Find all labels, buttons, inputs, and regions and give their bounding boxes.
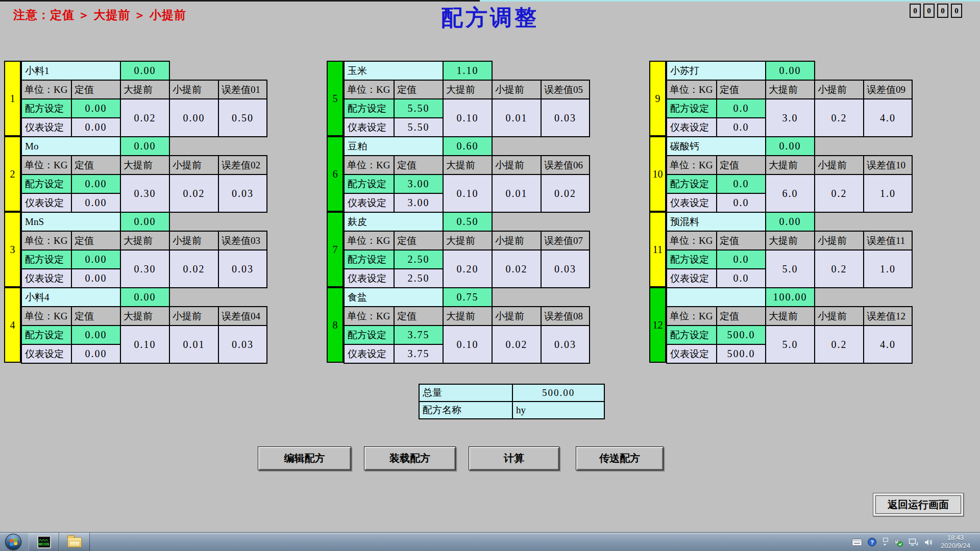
small-advance-value[interactable]: 0.01 (492, 174, 541, 212)
unit-label: 单位：KG (344, 307, 394, 325)
big-advance-value[interactable]: 6.0 (766, 174, 815, 212)
small-advance-value[interactable]: 0.02 (169, 250, 218, 288)
panel-blank-area (492, 212, 590, 231)
small-advance-value[interactable]: 0.00 (169, 99, 218, 137)
fixed-value-label: 定值 (71, 156, 120, 174)
error-value[interactable]: 4.0 (864, 99, 912, 137)
panel-number: 5 (327, 61, 344, 136)
recipe-set-value[interactable]: 0.00 (71, 174, 120, 193)
recipe-set-value[interactable]: 0.0 (717, 250, 766, 269)
big-advance-value[interactable]: 0.10 (443, 99, 492, 137)
big-advance-value[interactable]: 0.02 (120, 99, 169, 137)
recipe-set-value[interactable]: 0.00 (71, 250, 120, 269)
current-weight-value: 0.00 (120, 288, 169, 307)
big-advance-value[interactable]: 0.20 (443, 250, 492, 288)
clock[interactable]: 18:43 2020/9/24 (934, 534, 977, 550)
error-label: 误差值03 (218, 231, 267, 250)
volume-icon[interactable] (924, 538, 933, 546)
error-label: 误差值06 (541, 156, 590, 174)
taskbar-item-mcgs[interactable]: MCGS (29, 533, 59, 551)
small-advance-value[interactable]: 0.2 (815, 99, 864, 137)
usb-device-icon[interactable] (894, 538, 903, 547)
small-advance-value[interactable]: 0.2 (815, 325, 864, 363)
big-advance-value[interactable]: 0.10 (120, 325, 169, 363)
small-advance-value[interactable]: 0.2 (815, 174, 864, 212)
send-recipe-button[interactable]: 传送配方 (576, 446, 664, 470)
error-label: 误差值10 (864, 156, 912, 174)
ingredient-panel: 6 豆粕 0.60 单位：KG 定值 大提前 小提前 误差值06 配方设定 3.… (327, 136, 590, 212)
show-hidden-icons-icon[interactable] (882, 538, 888, 546)
hmi-screen: 注意：定值 ＞ 大提前 ＞ 小提前 配方调整 0 0 0 0 1 小料1 0.0… (0, 0, 980, 551)
big-advance-label: 大提前 (120, 231, 169, 250)
error-value[interactable]: 0.50 (218, 99, 267, 137)
error-value[interactable]: 0.03 (218, 174, 267, 212)
error-value[interactable]: 0.03 (541, 99, 590, 137)
panel-number: 2 (4, 136, 21, 212)
big-advance-value[interactable]: 0.10 (443, 174, 492, 212)
error-value[interactable]: 4.0 (864, 325, 912, 363)
recipe-set-value[interactable]: 500.0 (717, 325, 766, 344)
ingredient-name (667, 288, 766, 307)
big-advance-value[interactable]: 5.0 (766, 250, 815, 288)
small-advance-value[interactable]: 0.02 (169, 174, 218, 212)
windows-logo-icon (9, 538, 17, 545)
big-advance-value[interactable]: 0.30 (120, 174, 169, 212)
big-advance-label: 大提前 (120, 307, 169, 325)
small-advance-value[interactable]: 0.01 (492, 99, 541, 137)
ingredient-table: 豆粕 0.60 单位：KG 定值 大提前 小提前 误差值06 配方设定 3.00… (344, 136, 590, 213)
recipe-set-label: 配方设定 (667, 325, 717, 344)
recipe-set-label: 配方设定 (344, 99, 394, 118)
priority-notice: 注意：定值 ＞ 大提前 ＞ 小提前 (13, 7, 186, 23)
error-value[interactable]: 1.0 (864, 250, 912, 288)
recipe-set-value[interactable]: 0.00 (71, 99, 120, 118)
recipe-set-value[interactable]: 3.00 (394, 174, 443, 193)
load-recipe-button[interactable]: 装载配方 (364, 446, 456, 470)
ingredient-table: 碳酸钙 0.00 单位：KG 定值 大提前 小提前 误差值10 配方设定 0.0… (666, 136, 913, 213)
big-advance-value[interactable]: 0.10 (443, 325, 492, 363)
small-advance-label: 小提前 (492, 80, 541, 99)
recipe-set-value[interactable]: 0.00 (71, 325, 120, 344)
system-tray: ? (852, 533, 933, 551)
error-value[interactable]: 0.03 (541, 325, 590, 363)
error-label: 误差值02 (218, 156, 267, 174)
recipe-set-value[interactable]: 2.50 (394, 250, 443, 269)
recipe-set-label: 配方设定 (667, 99, 717, 118)
recipe-set-value[interactable]: 5.50 (394, 99, 443, 118)
keyboard-icon[interactable] (852, 539, 862, 546)
counter-box: 0 (937, 4, 948, 18)
back-to-run-screen-button[interactable]: 返回运行画面 (873, 493, 964, 516)
recipe-name-value[interactable]: hy (512, 402, 604, 419)
small-advance-value[interactable]: 0.2 (815, 250, 864, 288)
recipe-set-value[interactable]: 0.0 (717, 174, 766, 193)
unit-label: 单位：KG (21, 231, 71, 250)
panel-blank-area (169, 212, 267, 231)
edit-recipe-button[interactable]: 编辑配方 (258, 446, 351, 470)
total-value[interactable]: 500.00 (512, 384, 604, 402)
help-icon[interactable]: ? (868, 538, 876, 546)
error-label: 误差值04 (218, 307, 267, 325)
big-advance-value[interactable]: 5.0 (766, 325, 815, 363)
error-value[interactable]: 0.03 (218, 325, 267, 363)
network-icon[interactable] (909, 538, 918, 546)
error-value[interactable]: 1.0 (864, 174, 912, 212)
big-advance-label: 大提前 (443, 307, 492, 325)
big-advance-value[interactable]: 0.30 (120, 250, 169, 288)
meter-set-value: 0.0 (717, 193, 766, 212)
unit-label: 单位：KG (667, 80, 717, 99)
error-label: 误差值07 (541, 231, 590, 250)
small-advance-value[interactable]: 0.02 (492, 325, 541, 363)
start-button[interactable] (5, 534, 21, 550)
error-value[interactable]: 0.03 (541, 250, 590, 288)
recipe-set-value[interactable]: 0.0 (717, 99, 766, 118)
big-advance-value[interactable]: 3.0 (766, 99, 815, 137)
small-advance-value[interactable]: 0.02 (492, 250, 541, 288)
current-weight-value: 0.00 (120, 212, 169, 231)
calculate-button[interactable]: 计算 (469, 446, 559, 470)
unit-label: 单位：KG (344, 80, 394, 99)
error-value[interactable]: 0.02 (541, 174, 590, 212)
fixed-value-label: 定值 (717, 80, 766, 99)
error-value[interactable]: 0.03 (218, 250, 267, 288)
small-advance-value[interactable]: 0.01 (169, 325, 218, 363)
recipe-set-value[interactable]: 3.75 (394, 325, 443, 344)
taskbar-item-explorer[interactable] (59, 533, 90, 551)
